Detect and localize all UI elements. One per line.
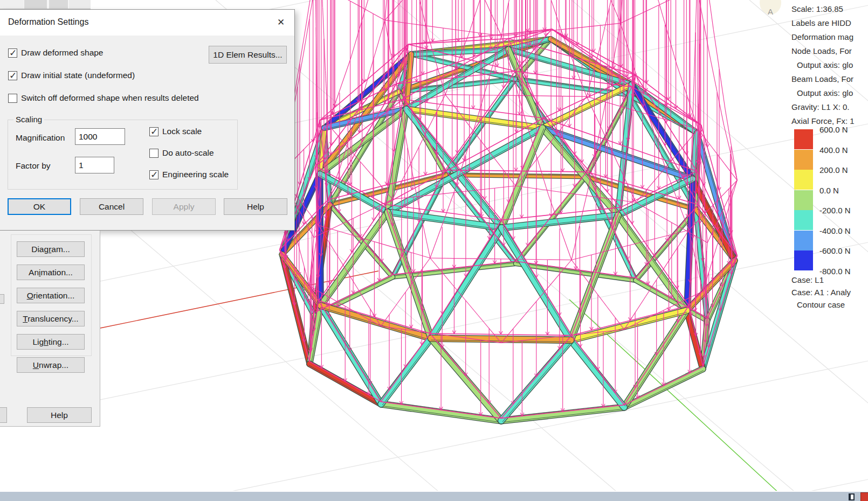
magnification-label: Magnification — [16, 133, 65, 143]
legend-case-line: Contour case — [791, 298, 851, 311]
draw-initial-state-label: Draw initial state (undeformed) — [21, 71, 135, 80]
panel-help-button[interactable]: Help — [27, 407, 92, 423]
legend-line: Scale: 1:36.85 — [791, 2, 868, 16]
color-swatch — [794, 129, 813, 149]
legend-line: Beam Loads, For — [791, 72, 868, 86]
color-swatch — [794, 250, 813, 270]
legend-line: Node Loads, For — [791, 44, 868, 58]
scale-value-label: -200.0 N — [819, 206, 851, 215]
panel-button-unwrap[interactable]: Unwrap... — [17, 357, 85, 373]
apply-button[interactable]: Apply — [152, 198, 216, 215]
status-bar — [0, 491, 868, 501]
deformation-settings-dialog: Deformation Settings ✕ Draw deformed sha… — [0, 9, 295, 231]
dialog-titlebar[interactable]: Deformation Settings ✕ — [0, 10, 294, 36]
toolbar-button[interactable] — [69, 0, 91, 9]
factor-by-label: Factor by — [16, 161, 51, 171]
draw-deformed-shape-checkbox[interactable] — [8, 48, 17, 58]
draw-initial-state-checkbox[interactable] — [8, 71, 17, 80]
panel-button-lighting[interactable]: Lighting... — [17, 334, 85, 350]
badge-letter: A — [768, 7, 773, 16]
color-swatch — [794, 231, 813, 250]
application-window: A Scale: 1:36.85Labels are HIDDDeformati… — [0, 0, 868, 501]
color-swatch — [794, 210, 813, 230]
ok-button[interactable]: OK — [8, 198, 71, 215]
legend-case-line: Case: L1 — [791, 274, 851, 286]
color-swatch — [794, 150, 813, 170]
partial-button[interactable] — [0, 294, 4, 304]
lock-scale-checkbox[interactable] — [149, 127, 159, 136]
scale-value-label: -400.0 N — [819, 226, 851, 235]
display-options-panel: Diagram...Animation...Orientation...Tran… — [0, 231, 100, 427]
lock-scale-label: Lock scale — [162, 127, 202, 136]
close-icon[interactable]: ✕ — [274, 16, 288, 30]
legend-line: Gravity: L1 X: 0. — [791, 100, 868, 114]
panel-button-translucency[interactable]: Translucency... — [17, 311, 85, 326]
scaling-caption: Scaling — [13, 115, 44, 124]
switch-off-deformed-checkbox[interactable] — [8, 94, 17, 103]
cancel-button[interactable]: Cancel — [80, 198, 143, 215]
record-indicator-icon[interactable] — [860, 492, 868, 501]
toolbar-button[interactable] — [24, 0, 47, 9]
legend-line: Labels are HIDD — [791, 16, 868, 30]
engineering-scale-checkbox[interactable] — [149, 170, 159, 179]
toolbar-button[interactable] — [49, 0, 68, 9]
document-icon[interactable] — [849, 493, 855, 500]
toolbar-button[interactable] — [0, 0, 24, 9]
color-swatch — [794, 190, 813, 210]
color-swatch — [794, 170, 813, 190]
do-auto-scale-label: Do auto-scale — [162, 148, 214, 158]
scale-value-label: 200.0 N — [819, 165, 848, 175]
scale-value-label: 600.0 N — [819, 125, 848, 134]
scale-value-label: 0.0 N — [819, 185, 839, 194]
legend-line: Output axis: glo — [791, 86, 868, 100]
panel-button-orientation[interactable]: Orientation... — [17, 288, 85, 303]
results-legend: Scale: 1:36.85Labels are HIDDDeformation… — [791, 2, 868, 128]
dialog-title: Deformation Settings — [8, 17, 88, 27]
toolbar-fragment — [0, 0, 91, 9]
partial-button[interactable] — [0, 407, 7, 423]
switch-off-deformed-label: Switch off deformed shape when results d… — [21, 93, 199, 103]
magnification-input[interactable] — [75, 128, 125, 145]
1d-elem-results-button[interactable]: 1D Elem Results... — [209, 46, 287, 64]
panel-button-animation[interactable]: Animation... — [17, 265, 85, 280]
scale-value-label: 400.0 N — [819, 145, 848, 154]
legend-line: Deformation mag — [791, 30, 868, 44]
do-auto-scale-checkbox[interactable] — [149, 149, 159, 158]
legend-case-line: Case: A1 : Analy — [791, 286, 851, 298]
legend-line: Output axis: glo — [791, 58, 868, 72]
factor-by-input[interactable] — [75, 157, 114, 173]
help-button[interactable]: Help — [224, 198, 287, 215]
engineering-scale-label: Engineering scale — [162, 170, 229, 179]
panel-button-diagram[interactable]: Diagram... — [17, 241, 85, 257]
draw-deformed-shape-label: Draw deformed shape — [21, 48, 104, 58]
scale-value-label: -600.0 N — [819, 246, 851, 255]
